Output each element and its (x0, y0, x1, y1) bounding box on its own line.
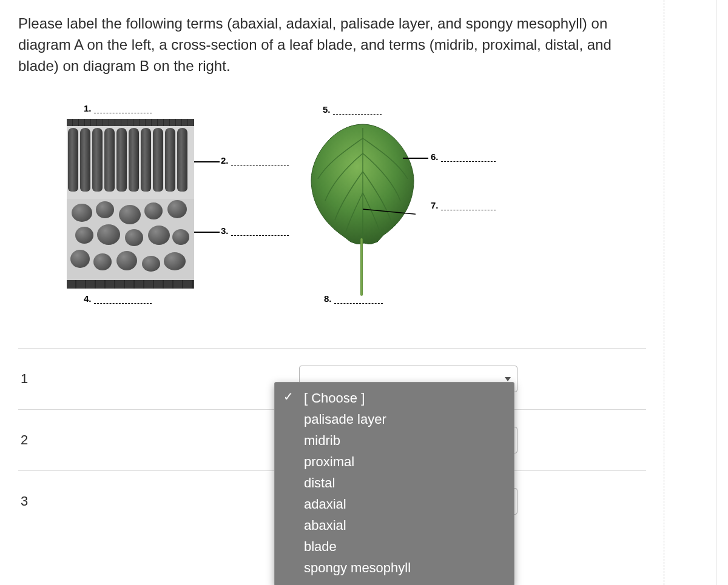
label-2: 2. (221, 155, 289, 165)
dropdown-option[interactable]: adaxial (275, 493, 514, 515)
dropdown-option[interactable]: distal (275, 472, 514, 493)
diagram-b-image (297, 114, 431, 314)
question-text: Please label the following terms (abaxia… (18, 13, 646, 76)
label-5: 5. (323, 104, 382, 115)
diagrams-area: 1. 2. 3. 4. (49, 101, 646, 319)
dropdown-option[interactable]: palisade layer (275, 409, 514, 430)
answer-row-number: 2 (21, 432, 28, 448)
dropdown-option[interactable]: spongy mesophyll (275, 557, 514, 578)
diagram-a-image (67, 119, 194, 289)
dropdown-option[interactable]: proximal (275, 451, 514, 472)
answer-row-number: 3 (21, 493, 28, 509)
label-8: 8. (324, 293, 383, 304)
dropdown-option[interactable]: midrib (275, 430, 514, 451)
dropdown-menu[interactable]: [ Choose ] palisade layer midrib proxima… (274, 382, 514, 585)
label-3: 3. (221, 226, 289, 236)
label-1: 1. (84, 103, 152, 113)
page-divider-2 (716, 0, 717, 585)
label-6: 6. (431, 152, 496, 162)
label-4: 4. (84, 293, 152, 304)
dropdown-option[interactable]: abaxial (275, 515, 514, 536)
dropdown-option[interactable]: blade (275, 536, 514, 557)
label-7: 7. (431, 200, 496, 210)
answer-row-number: 1 (21, 371, 28, 387)
dropdown-option-choose[interactable]: [ Choose ] (275, 387, 514, 409)
